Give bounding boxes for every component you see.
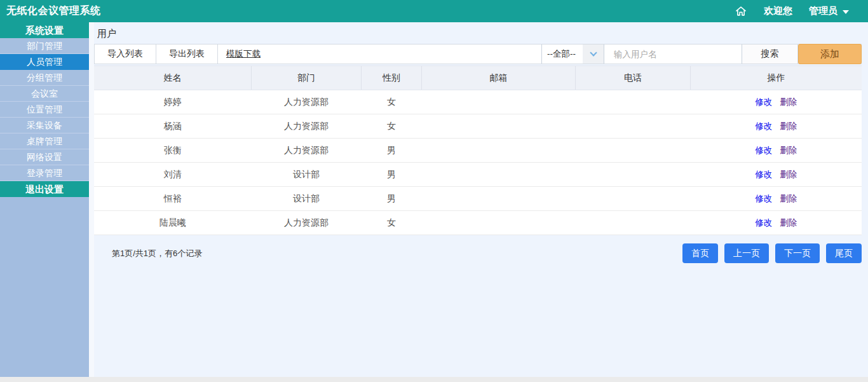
template-download-link[interactable]: 模版下载 (226, 44, 261, 64)
cell-department: 人力资源部 (252, 114, 362, 139)
add-user-button[interactable]: 添加 (798, 44, 862, 64)
sidebar-item-label: 采集设备 (27, 120, 62, 130)
table-row: 婷婷 人力资源部 女 修改 删除 (94, 90, 862, 114)
user-name: 管理员 (809, 5, 837, 17)
delete-link[interactable]: 删除 (780, 218, 797, 228)
cell-name: 刘清 (94, 163, 252, 187)
modify-link[interactable]: 修改 (755, 97, 772, 107)
sidebar-item[interactable]: 会议室 (0, 86, 89, 102)
cell-email (422, 187, 576, 211)
delete-link[interactable]: 删除 (780, 97, 797, 107)
cell-gender: 女 (361, 90, 421, 114)
cell-actions: 修改 删除 (691, 187, 862, 211)
cell-phone (575, 211, 690, 235)
chevron-down-icon (843, 10, 849, 14)
cell-name: 陆晨曦 (94, 211, 252, 235)
cell-gender: 男 (361, 163, 421, 187)
sidebar-item-label: 桌牌管理 (27, 136, 62, 146)
table-row: 杨涵 人力资源部 女 修改 删除 (94, 114, 862, 139)
cell-name: 杨涵 (94, 114, 252, 139)
sidebar-item-label: 会议室 (31, 88, 58, 99)
username-search-input[interactable] (607, 44, 742, 64)
pager-button[interactable]: 上一页 (724, 243, 769, 263)
table-column-header: 电话 (575, 66, 690, 90)
cell-department: 人力资源部 (252, 211, 362, 235)
bottom-scrollbar-track[interactable] (0, 377, 868, 382)
table-column-header: 部门 (252, 66, 362, 90)
user-menu[interactable]: 管理员 (809, 5, 849, 17)
cell-department: 人力资源部 (252, 139, 362, 163)
toolbar: 导入列表 导出列表 模版下载 --全部-- 搜索 添加 (94, 44, 862, 64)
cell-department: 人力资源部 (252, 90, 362, 114)
cell-email (422, 211, 576, 235)
sidebar-item[interactable]: 网络设置 (0, 149, 89, 165)
cell-actions: 修改 删除 (691, 211, 862, 235)
pagination-info: 第1页/共1页，有6个记录 (112, 248, 202, 259)
pagination: 第1页/共1页，有6个记录 首页 上一页 下一页 尾页 (94, 243, 862, 263)
cell-phone (575, 187, 690, 211)
select-arrow (583, 44, 604, 64)
topbar: 无纸化会议管理系统 欢迎您 管理员 (0, 0, 868, 22)
delete-link[interactable]: 删除 (780, 146, 797, 155)
cell-phone (575, 90, 690, 114)
home-icon[interactable] (735, 5, 747, 17)
app-title: 无纸化会议管理系统 (6, 4, 101, 18)
topbar-right: 欢迎您 管理员 (735, 5, 849, 17)
cell-email (422, 90, 576, 114)
sidebar-header-exit-settings[interactable]: 退出设置 (0, 181, 89, 197)
table-column-header: 邮箱 (422, 66, 576, 90)
cell-gender: 女 (361, 114, 421, 139)
delete-link[interactable]: 删除 (780, 170, 797, 179)
cell-email (422, 163, 576, 187)
sidebar-gutter (89, 22, 94, 377)
sidebar-item-label: 部门管理 (27, 41, 62, 51)
cell-gender: 男 (361, 139, 421, 163)
modify-link[interactable]: 修改 (755, 170, 772, 179)
cell-actions: 修改 删除 (691, 90, 862, 114)
sidebar-item[interactable]: 登录管理 (0, 165, 89, 181)
sidebar: 系统设置 部门管理 人员管理 分组管理 会议室 位置管理 采集设备 桌牌管理 网… (0, 22, 89, 377)
cell-gender: 男 (361, 187, 421, 211)
cell-name: 张衡 (94, 139, 252, 163)
sidebar-item-label: 人员管理 (27, 57, 62, 67)
cell-name: 婷婷 (94, 90, 252, 114)
cell-name: 恒裕 (94, 187, 252, 211)
pager-button[interactable]: 首页 (682, 243, 718, 263)
chevron-down-icon (590, 49, 597, 56)
sidebar-item[interactable]: 位置管理 (0, 102, 89, 118)
cell-phone (575, 139, 690, 163)
delete-link[interactable]: 删除 (780, 194, 797, 203)
cell-email (422, 139, 576, 163)
page-title: 用户 (97, 28, 862, 40)
pager-button[interactable]: 尾页 (826, 243, 862, 263)
sidebar-item-label: 分组管理 (27, 72, 62, 83)
export-list-button[interactable]: 导出列表 (156, 44, 218, 64)
sidebar-item[interactable]: 分组管理 (0, 70, 89, 86)
table-row: 刘清 设计部 男 修改 删除 (94, 163, 862, 187)
modify-link[interactable]: 修改 (755, 218, 772, 228)
cell-gender: 女 (361, 211, 421, 235)
sidebar-item[interactable]: 部门管理 (0, 38, 89, 54)
main-content: 用户 导入列表 导出列表 模版下载 --全部-- 搜索 添加 姓名 部门 性别 … (94, 22, 868, 377)
import-list-button[interactable]: 导入列表 (95, 44, 156, 64)
cell-phone (575, 114, 690, 139)
pagination-buttons: 首页 上一页 下一页 尾页 (676, 243, 862, 263)
sidebar-item[interactable]: 采集设备 (0, 118, 89, 133)
cell-email (422, 114, 576, 139)
department-filter-select[interactable]: --全部-- (541, 44, 604, 64)
modify-link[interactable]: 修改 (755, 194, 772, 203)
search-button[interactable]: 搜索 (742, 44, 798, 64)
modify-link[interactable]: 修改 (755, 146, 772, 155)
pager-button[interactable]: 下一页 (775, 243, 820, 263)
delete-link[interactable]: 删除 (780, 121, 797, 131)
table-header-row: 姓名 部门 性别 邮箱 电话 操作 (94, 66, 862, 90)
table-column-header: 姓名 (94, 66, 252, 90)
department-filter-value: --全部-- (542, 44, 583, 64)
cell-phone (575, 163, 690, 187)
cell-department: 设计部 (252, 163, 362, 187)
sidebar-item[interactable]: 人员管理 (0, 54, 89, 70)
sidebar-header-system-settings[interactable]: 系统设置 (0, 22, 89, 38)
modify-link[interactable]: 修改 (755, 121, 772, 131)
sidebar-item[interactable]: 桌牌管理 (0, 133, 89, 149)
table-body: 婷婷 人力资源部 女 修改 删除 杨涵 人力资源部 女 修改 删除 张衡 人力资… (94, 90, 862, 235)
